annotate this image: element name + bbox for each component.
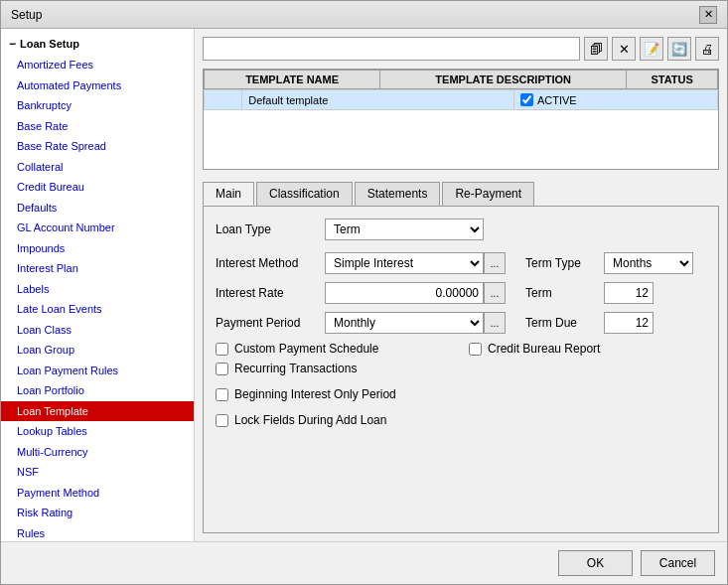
loan-type-row: Loan Type Term Line of Credit Other [216, 219, 706, 240]
sidebar-item[interactable]: Bankruptcy [1, 95, 194, 116]
col-template-desc: TEMPLATE DESCRIPTION [380, 71, 627, 89]
refresh-button[interactable]: 🔄 [667, 37, 691, 61]
sidebar-item[interactable]: Interest Plan [1, 258, 194, 279]
term-due-label: Term Due [525, 316, 600, 330]
sidebar-item[interactable]: NSF [1, 462, 194, 483]
interest-rate-label: Interest Rate [216, 286, 325, 300]
status-checkbox[interactable] [520, 93, 533, 106]
sidebar-item[interactable]: Risk Rating [1, 503, 194, 523]
sidebar-item[interactable]: Loan Payment Rules [1, 361, 194, 381]
beginning-interest-checkbox[interactable] [216, 388, 228, 401]
search-input[interactable] [203, 37, 580, 61]
row-status: ACTIVE [513, 90, 717, 110]
sidebar: Loan Setup Amortized FeesAutomated Payme… [1, 29, 195, 541]
tab-content-main: Loan Type Term Line of Credit Other Inte… [203, 206, 719, 533]
print-button[interactable]: 🖨 [695, 37, 719, 61]
payment-period-row: Payment Period Monthly Weekly Bi-Weekly … [216, 312, 706, 334]
template-table: TEMPLATE NAME TEMPLATE DESCRIPTION STATU… [204, 70, 718, 89]
sidebar-item[interactable]: Defaults [1, 198, 194, 219]
status-text: ACTIVE [537, 94, 577, 106]
row-template-name [205, 90, 242, 110]
dialog-title: Setup [11, 8, 42, 22]
tab-main[interactable]: Main [203, 182, 254, 206]
toolbar: 🗐 ✕ 📝 🔄 🖨 [203, 37, 719, 61]
lock-fields-label: Lock Fields During Add Loan [234, 413, 386, 427]
sidebar-item[interactable]: Loan Portfolio [1, 380, 194, 401]
sidebar-item[interactable]: Automated Payments [1, 75, 194, 96]
sidebar-item[interactable]: Loan Group [1, 340, 194, 361]
template-data-table: Default template ACTIVE [204, 89, 718, 110]
interest-rate-row: Interest Rate ... Term [216, 282, 706, 304]
table-row[interactable]: Default template ACTIVE [205, 90, 718, 110]
copy-button[interactable]: 🗐 [584, 37, 608, 61]
recurring-label: Recurring Transactions [234, 362, 357, 375]
tab-classification[interactable]: Classification [256, 182, 353, 206]
dialog-body: Loan Setup Amortized FeesAutomated Payme… [1, 29, 727, 541]
sidebar-item[interactable]: Loan Template [1, 401, 194, 422]
sidebar-item[interactable]: Base Rate Spread [1, 136, 194, 157]
term-group: Term [525, 282, 654, 304]
sidebar-item[interactable]: Impounds [1, 238, 194, 259]
sidebar-item[interactable]: Amortized Fees [1, 55, 194, 75]
col-template-name: TEMPLATE NAME [205, 71, 380, 89]
interest-method-label: Interest Method [216, 256, 325, 270]
sidebar-item[interactable]: Late Loan Events [1, 299, 194, 320]
credit-bureau-label: Credit Bureau Report [488, 342, 600, 356]
template-table-container: TEMPLATE NAME TEMPLATE DESCRIPTION STATU… [203, 69, 719, 170]
sidebar-item[interactable]: Rules [1, 523, 194, 542]
checkboxes-area: Custom Payment Schedule Credit Bureau Re… [216, 342, 706, 427]
sidebar-item[interactable]: Base Rate [1, 116, 194, 137]
credit-bureau-checkbox[interactable] [469, 343, 482, 356]
delete-button[interactable]: ✕ [612, 37, 636, 61]
tree-root[interactable]: Loan Setup [1, 33, 194, 55]
edit-button[interactable]: 📝 [640, 37, 663, 61]
sidebar-item[interactable]: Credit Bureau [1, 177, 194, 198]
custom-payment-label: Custom Payment Schedule [234, 342, 378, 356]
interest-rate-ellipsis[interactable]: ... [484, 282, 506, 304]
recurring-checkbox[interactable] [216, 363, 228, 375]
term-due-input[interactable] [604, 312, 654, 334]
checkbox-recurring: Recurring Transactions [216, 362, 453, 375]
beginning-interest-label: Beginning Interest Only Period [234, 387, 396, 401]
setup-dialog: Setup ✕ Loan Setup Amortized FeesAutomat… [0, 0, 728, 585]
payment-period-label: Payment Period [216, 316, 325, 330]
interest-method-row: Interest Method Simple Interest Compound… [216, 252, 706, 274]
tab-repayment[interactable]: Re-Payment [442, 182, 534, 206]
payment-period-select[interactable]: Monthly Weekly Bi-Weekly Semi-Monthly [325, 312, 484, 334]
interest-method-select[interactable]: Simple Interest Compound Rule of 78s [325, 252, 484, 274]
term-type-group: Term Type Months Days Years [525, 252, 693, 274]
tab-statements[interactable]: Statements [355, 182, 441, 206]
sidebar-item[interactable]: Collateral [1, 157, 194, 178]
ok-button[interactable]: OK [558, 550, 633, 576]
checkbox-credit-bureau: Credit Bureau Report [469, 342, 706, 356]
payment-period-ellipsis[interactable]: ... [484, 312, 506, 334]
lock-fields-checkbox[interactable] [216, 414, 228, 427]
checkbox-beginning-interest: Beginning Interest Only Period [216, 387, 453, 401]
row-description: Default template [242, 90, 514, 110]
term-type-select[interactable]: Months Days Years [604, 252, 693, 274]
term-due-group: Term Due [525, 312, 654, 334]
cancel-button[interactable]: Cancel [641, 550, 715, 576]
checkbox-lock-fields: Lock Fields During Add Loan [216, 413, 453, 427]
term-type-label: Term Type [525, 256, 600, 270]
sidebar-item[interactable]: Multi-Currency [1, 442, 194, 463]
sidebar-item[interactable]: Labels [1, 279, 194, 300]
col-status: STATUS [627, 71, 718, 89]
custom-payment-checkbox[interactable] [216, 343, 228, 356]
sidebar-item[interactable]: Loan Class [1, 320, 194, 341]
sidebar-item[interactable]: Lookup Tables [1, 421, 194, 442]
term-label: Term [525, 286, 600, 300]
term-input[interactable] [604, 282, 654, 304]
title-bar: Setup ✕ [1, 1, 727, 29]
close-button[interactable]: ✕ [699, 6, 717, 24]
loan-type-select[interactable]: Term Line of Credit Other [325, 219, 484, 240]
interest-method-ellipsis[interactable]: ... [484, 252, 506, 274]
interest-rate-input[interactable] [325, 282, 484, 304]
table-body-area: Default template ACTIVE [204, 89, 718, 169]
sidebar-item[interactable]: GL Account Number [1, 218, 194, 238]
sidebar-item[interactable]: Payment Method [1, 483, 194, 504]
loan-type-label: Loan Type [216, 222, 325, 236]
main-panel: 🗐 ✕ 📝 🔄 🖨 TEMPLATE NAME TEMPLATE DESCRIP… [195, 29, 727, 541]
checkbox-custom-payment: Custom Payment Schedule [216, 342, 453, 356]
dialog-footer: OK Cancel [1, 541, 727, 584]
